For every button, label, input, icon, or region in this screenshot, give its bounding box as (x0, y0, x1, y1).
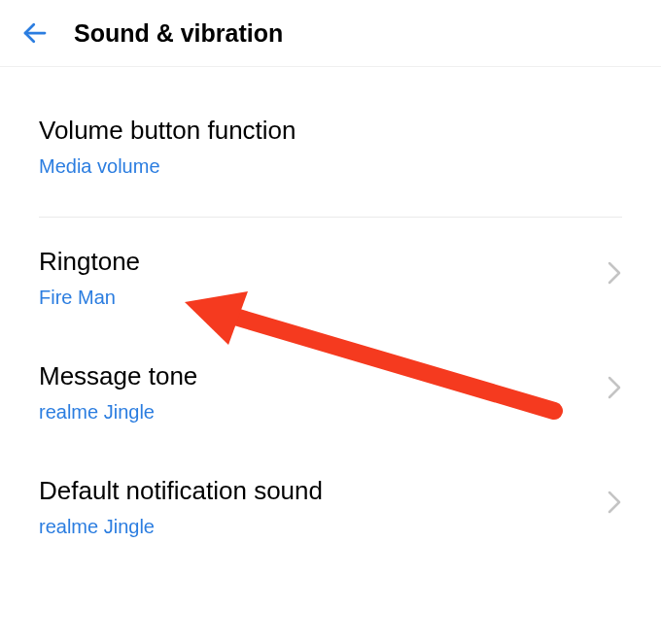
chevron-right-icon (607, 490, 622, 519)
setting-value: Fire Man (39, 287, 622, 309)
setting-label: Default notification sound (39, 476, 622, 506)
setting-value: realme Jingle (39, 516, 622, 538)
setting-default-notification-sound[interactable]: Default notification sound realme Jingle (39, 447, 622, 561)
arrow-left-icon (20, 18, 50, 48)
back-button[interactable] (19, 17, 51, 49)
setting-value: Media volume (39, 155, 622, 178)
setting-ringtone[interactable]: Ringtone Fire Man (39, 218, 622, 332)
setting-volume-button-function[interactable]: Volume button function Media volume (39, 67, 622, 218)
setting-label: Message tone (39, 361, 622, 391)
setting-label: Volume button function (39, 116, 622, 146)
chevron-right-icon (607, 260, 622, 289)
page-title: Sound & vibration (74, 19, 283, 48)
chevron-right-icon (607, 375, 622, 404)
setting-value: realme Jingle (39, 401, 622, 424)
header: Sound & vibration (0, 0, 661, 67)
settings-list: Volume button function Media volume Ring… (0, 67, 661, 561)
setting-message-tone[interactable]: Message tone realme Jingle (39, 332, 622, 447)
setting-label: Ringtone (39, 247, 622, 277)
